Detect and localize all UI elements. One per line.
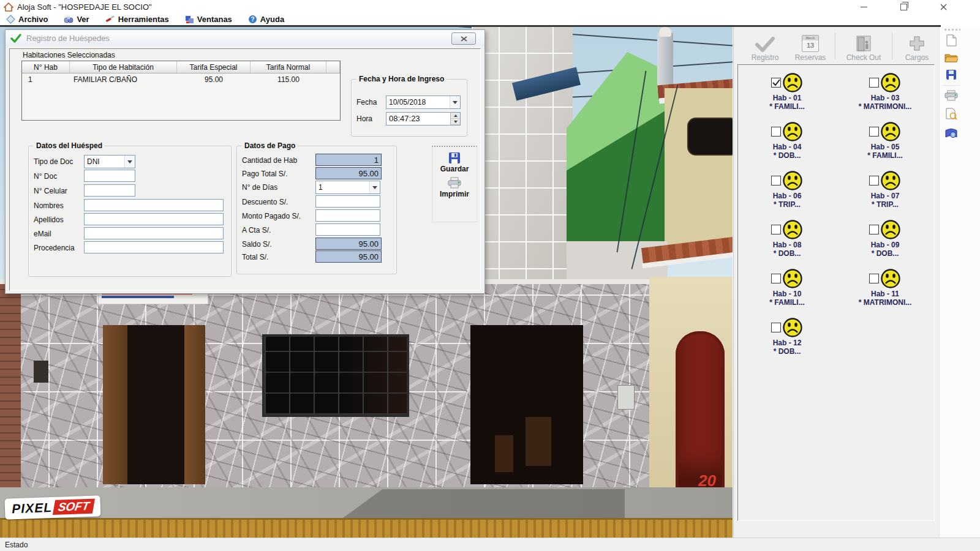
room-item-hab-09[interactable]: Hab - 09 * DOB... [836, 219, 934, 268]
room-item-hab-03[interactable]: Hab - 03 * MATRIMONI... [836, 72, 934, 121]
status-text: Estado [5, 541, 28, 549]
apellidos-field[interactable] [84, 213, 224, 225]
dialog-close-icon [461, 36, 467, 42]
room-checkbox[interactable] [771, 127, 781, 137]
green-wall [567, 52, 668, 243]
sad-face-icon [782, 72, 803, 93]
saldo-field: 95.00 [315, 238, 382, 250]
room-item-hab-11[interactable]: Hab - 11 * MATRIMONI... [836, 268, 934, 317]
spinner-up-icon[interactable] [451, 113, 460, 119]
yellow-curb [0, 518, 733, 538]
calendar-icon: March 13 [802, 35, 819, 52]
room-item-hab-10[interactable]: Hab - 10 * FAMILI... [738, 268, 836, 317]
fecha-dropdown[interactable]: 10/05/2018 [386, 96, 461, 109]
room-item-hab-12[interactable]: Hab - 12 * DOB... [738, 317, 836, 366]
reservas-toolbar-button[interactable]: March 13 Reservas [788, 30, 833, 62]
checkout-toolbar-button[interactable]: Check Out [837, 30, 890, 62]
menu-ver[interactable]: Ver [64, 15, 89, 24]
print-preview-icon [945, 108, 957, 120]
print-button[interactable] [944, 88, 959, 103]
table-header: N° Hab Tipo de Habitación Tarifa Especia… [22, 61, 340, 73]
sad-face-icon [880, 219, 901, 240]
cargos-plus-icon [908, 35, 925, 52]
restore-button[interactable] [891, 0, 916, 13]
chimney-lamp [659, 27, 671, 37]
registro-huespedes-dialog: Registro de Huéspedes Habitaciones Selec… [5, 29, 485, 294]
chevron-down-icon[interactable] [124, 156, 135, 168]
dialog-title: Registro de Huéspedes [26, 34, 110, 43]
sad-face-icon [782, 317, 803, 338]
sad-face-icon [782, 219, 803, 240]
chevron-down-icon[interactable] [450, 96, 460, 108]
room-checkbox[interactable] [869, 176, 879, 186]
room-item-hab-05[interactable]: Hab - 05 * FAMILI... [836, 121, 934, 170]
hora-spinner[interactable]: 08:47:23 [386, 112, 461, 126]
table-row[interactable]: 1 FAMILIAR C/BAÑO 95.00 115.00 [22, 73, 340, 85]
num-dias-select[interactable]: 1 [315, 181, 380, 194]
logo-soft-text: SOFT [53, 499, 95, 515]
room-checkbox-checked[interactable] [771, 78, 781, 88]
room-item-hab-04[interactable]: Hab - 04 * DOB... [738, 121, 836, 170]
windows-icon [185, 15, 194, 24]
sidewalk-shadow [343, 489, 625, 518]
datos-huesped-group: Datos del Huésped Tipo de Doc DNI N° Doc… [28, 146, 232, 277]
dialog-title-bar[interactable]: Registro de Huéspedes [6, 30, 484, 46]
room-item-hab-08[interactable]: Hab - 08 * DOB... [738, 219, 836, 268]
num-celular-field[interactable] [84, 184, 135, 197]
chevron-down-icon[interactable] [369, 181, 380, 193]
green-wall-shadow [567, 52, 668, 243]
menu-ventanas[interactable]: Ventanas [185, 15, 232, 24]
toolbar-separator [835, 32, 835, 59]
pixelsoft-logo: PIXEL SOFT [4, 495, 100, 519]
fecha-label: Fecha [356, 98, 377, 107]
procedencia-field[interactable] [84, 241, 224, 253]
logo-pixel-text: PIXEL [12, 500, 52, 516]
room-checkbox[interactable] [771, 176, 781, 186]
tipo-doc-select[interactable]: DNI [84, 155, 135, 168]
right-doorway [470, 325, 583, 484]
email-field[interactable] [84, 227, 224, 239]
room-checkbox[interactable] [869, 225, 879, 234]
status-bar: Estado [0, 538, 980, 551]
minimize-button[interactable] [851, 0, 876, 13]
spinner-down-icon[interactable] [451, 119, 460, 125]
imprimir-button[interactable]: Imprimir [440, 177, 469, 198]
brick-column [0, 284, 21, 489]
nombres-field[interactable] [84, 199, 224, 211]
room-checkbox[interactable] [771, 274, 781, 283]
toolbar-grip[interactable] [944, 29, 960, 31]
descuento-field[interactable] [315, 195, 380, 208]
menu-archivo[interactable]: Archivo [6, 15, 48, 24]
room-item-hab-07[interactable]: Hab - 07 * TRIP... [836, 170, 934, 219]
menu-ayuda[interactable]: ? Ayuda [248, 15, 284, 24]
wooden-door-panel [103, 325, 127, 484]
monto-pagado-field[interactable] [315, 209, 380, 222]
save-button[interactable] [944, 67, 959, 82]
dialog-close-button[interactable] [451, 32, 476, 45]
guardar-button[interactable]: Guardar [440, 152, 469, 173]
minimize-icon [861, 7, 867, 7]
new-document-button[interactable] [944, 33, 959, 48]
room-checkbox[interactable] [869, 274, 879, 283]
room-checkbox[interactable] [869, 127, 879, 137]
help-button[interactable]: ? [944, 126, 959, 141]
cargos-toolbar-button[interactable]: Cargos [894, 30, 940, 62]
a-cuenta-field[interactable] [315, 223, 380, 236]
room-checkbox[interactable] [771, 323, 781, 332]
print-preview-button[interactable] [944, 107, 959, 121]
room-checkbox[interactable] [869, 78, 879, 88]
sad-face-icon [782, 170, 803, 191]
menu-herramientas[interactable]: Herramientas [105, 15, 169, 24]
sad-face-icon [880, 268, 901, 289]
registro-toolbar-button[interactable]: Registro [742, 30, 788, 62]
num-doc-field[interactable] [84, 170, 135, 182]
open-folder-button[interactable] [944, 50, 959, 65]
actions-box: Guardar Imprimir [432, 146, 477, 222]
close-button[interactable] [931, 0, 956, 13]
room-item-hab-01[interactable]: Hab - 01 * FAMILI... [738, 72, 836, 121]
fecha-hora-group: Fecha y Hora de Ingreso Fecha 10/05/2018… [351, 79, 467, 137]
room-checkbox[interactable] [771, 225, 781, 234]
wall-box [617, 385, 635, 410]
room-item-hab-06[interactable]: Hab - 06 * TRIP... [738, 170, 836, 219]
graffiti-number: 20 [698, 471, 716, 490]
